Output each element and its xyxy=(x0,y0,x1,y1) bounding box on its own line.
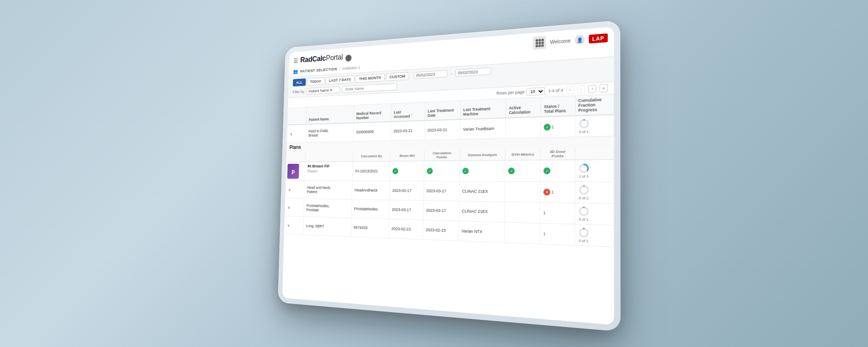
plan-name-cell[interactable]: Rt Breast FiF Photon xyxy=(305,161,353,181)
last-accessed-cell: 2023-03-21 xyxy=(391,120,425,140)
date-from-input[interactable] xyxy=(414,70,448,79)
th-status: Status /Total Plans xyxy=(541,95,575,116)
tablet-screen: ☰ RadCalcPortal ⓘ xyxy=(282,26,614,324)
expand-cell-4[interactable]: ∨ xyxy=(284,216,304,234)
welcome-text: Welcome xyxy=(550,38,571,44)
expand-icon-4[interactable]: ∨ xyxy=(287,223,291,227)
info-badge-icon[interactable]: ⓘ xyxy=(345,54,352,62)
svg-point-8 xyxy=(580,228,588,237)
status-count: 1 xyxy=(552,124,554,129)
plan-dvh-cell: ✓ xyxy=(505,160,540,181)
plan-beam-mu-cell: ✓ xyxy=(390,161,424,181)
hamburger-icon[interactable]: ☰ xyxy=(293,57,298,64)
status-count-4: 1 xyxy=(543,231,546,236)
grid-icon xyxy=(535,38,543,47)
last-treatment-machine-cell-3: CLINAC 21EX xyxy=(459,201,505,222)
mrn-cell-3: ProstateNodes xyxy=(351,199,389,219)
mrn-cell-2: HeadAndNeck xyxy=(352,181,390,200)
filter-name-input[interactable] xyxy=(342,83,397,93)
th-plan-name xyxy=(305,151,353,162)
tablet-device: ☰ RadCalcPortal ⓘ xyxy=(278,20,620,331)
patient-name-cell-4: Lung, SBRT xyxy=(303,216,351,236)
cumulative-cell-2: 0 of 1 xyxy=(575,181,613,203)
header-right: Welcome 👤 LAP xyxy=(533,31,608,50)
mrn-cell: 333000999 xyxy=(353,121,391,141)
grid-menu-button[interactable] xyxy=(533,35,546,49)
status-check-icon: ✓ xyxy=(544,124,551,130)
pagination-info: 1-4 of 4 xyxy=(548,88,563,93)
header-logo: ☰ RadCalcPortal ⓘ xyxy=(293,52,352,65)
plans-section-label: Plans xyxy=(289,144,301,150)
expand-cell-2[interactable]: ∨ xyxy=(285,181,305,199)
last-treatment-date-cell-3: 2023-03-17 xyxy=(423,200,459,221)
tablet-reflection xyxy=(297,315,591,347)
plan-name: Rt Breast FiF xyxy=(307,163,350,168)
patient-table: Patient Name Medical RecordNumber LastAc… xyxy=(284,94,614,247)
cumulative-cell-3: 0 of 1 xyxy=(575,203,614,225)
tab-custom[interactable]: CUSTOM xyxy=(386,72,409,81)
th-last-treatment-date: Last TreatmentDate xyxy=(425,100,461,120)
progress-circle-svg xyxy=(578,118,590,129)
tab-all[interactable]: ALL xyxy=(293,78,306,86)
filter-by-label: Filter by xyxy=(292,89,304,94)
tab-thismonth[interactable]: THIS MONTH xyxy=(355,73,385,83)
app-subtitle: Portal xyxy=(326,52,343,62)
th-dvh: DVH Metrics xyxy=(505,148,541,160)
cumulative-cell: 0 of 1 xyxy=(575,114,614,137)
th-3d: 3D Dose Points xyxy=(541,147,575,160)
plan-gamma-cell: ✓ xyxy=(459,160,505,181)
main-content: Rows per page 10 1-4 of 4 « ‹ › » xyxy=(282,82,614,325)
cumulative-label-2: 0 of 1 xyxy=(579,195,588,200)
rows-per-page-label: Rows per page xyxy=(496,90,525,95)
th-beam-mu: Beam MU xyxy=(390,150,425,161)
tab-last7[interactable]: LAST 7 DAYS xyxy=(326,75,354,84)
expand-icon[interactable]: ∧ xyxy=(289,131,293,136)
rows-per-page: Rows per page 10 xyxy=(496,87,545,97)
th-expand xyxy=(288,107,307,125)
active-calc-cell-4 xyxy=(505,222,540,244)
patient-selection-label: PATIENT SELECTION xyxy=(300,67,337,73)
pagination-last-button[interactable]: » xyxy=(599,84,608,92)
expand-icon-2[interactable]: ∨ xyxy=(288,187,292,191)
pagination-first-button[interactable]: « xyxy=(566,86,574,94)
plan-modality-icon: p xyxy=(287,163,299,178)
active-calc-cell-3 xyxy=(505,202,541,223)
expand-cell[interactable]: ∧ xyxy=(287,124,306,143)
filter-type-select[interactable]: Patient Name ▾ xyxy=(306,86,340,95)
cumulative-cell-4: 0 of 1 xyxy=(575,224,614,247)
patient-name-cell-2: Head and Neck,Patient xyxy=(304,181,352,199)
person-icon: 👥 xyxy=(293,68,298,74)
date-to-input[interactable] xyxy=(455,67,491,76)
tab-today[interactable]: TODAY xyxy=(307,77,325,86)
expand-cell-3[interactable]: ∨ xyxy=(285,198,304,217)
user-avatar-icon[interactable]: 👤 xyxy=(575,34,585,45)
last-treatment-date-cell-2: 2023-03-17 xyxy=(424,181,459,201)
progress-circle-svg-3 xyxy=(578,205,589,217)
dvh-check-icon: ✓ xyxy=(508,167,515,174)
cumulative-label-4: 0 of 1 xyxy=(579,238,588,243)
status-cell-2: ✕ 1 xyxy=(540,181,575,203)
rows-per-page-select[interactable]: 10 xyxy=(526,87,545,95)
patient-name-cell: Field In Field,Breast xyxy=(306,123,354,142)
th-calc-by: Calculated By xyxy=(353,150,390,161)
last-treatment-machine-cell: Varian TrueBeam xyxy=(460,118,505,139)
breadcrumb-separator: / xyxy=(339,66,340,70)
plan-progress-svg xyxy=(578,163,590,174)
table-body: ∧ Field In Field,Breast 333000999 2023-0… xyxy=(284,114,613,247)
pagination-prev-button[interactable]: ‹ xyxy=(577,85,585,93)
th-last-accessed[interactable]: LastAccessed ↓ xyxy=(391,102,425,122)
plan-fraction-label: 1 of 3 xyxy=(579,174,589,179)
th-patient-name[interactable]: Patient Name xyxy=(307,105,354,124)
th-active-calc: ActiveCalculation xyxy=(506,97,541,118)
chevron-down-icon: ▾ xyxy=(330,88,332,92)
pagination-next-button[interactable]: › xyxy=(588,85,596,93)
th-mrn: Medical RecordNumber xyxy=(354,104,392,123)
th-gamma: Gamma Analysis xyxy=(460,148,505,160)
gamma-check-icon: ✓ xyxy=(462,167,469,174)
status-warning-icon: ✕ xyxy=(543,189,550,195)
last-accessed-cell-2: 2023-03-17 xyxy=(389,181,424,200)
date-range: → xyxy=(414,67,491,79)
expand-icon-3[interactable]: ∨ xyxy=(287,205,291,209)
status-cell: ✓ 1 xyxy=(541,115,575,137)
last-treatment-machine-cell-2: CLINAC 21EX xyxy=(459,181,505,201)
